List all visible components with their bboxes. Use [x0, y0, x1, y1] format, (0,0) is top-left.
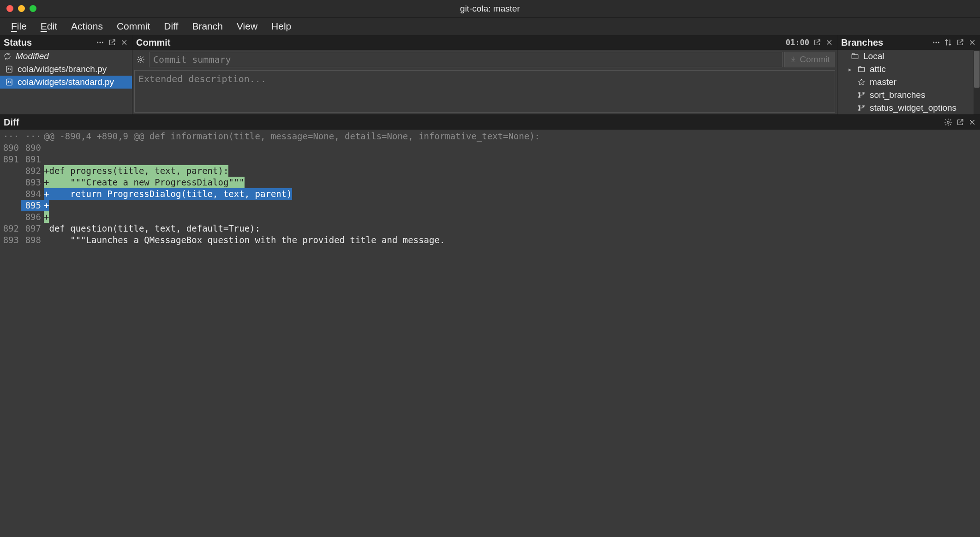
diff-old-lineno [0, 211, 21, 223]
commit-options-button[interactable] [134, 52, 147, 67]
popout-icon[interactable] [955, 117, 965, 127]
status-file-path: cola/widgets/branch.py [18, 64, 107, 74]
popout-icon[interactable] [955, 37, 965, 48]
status-file-item[interactable]: cola/widgets/standard.py [0, 76, 132, 89]
branch-icon [857, 91, 866, 99]
diff-line-content: + """Create a new ProgressDialog""" [44, 177, 980, 188]
code-file-icon [5, 65, 14, 73]
commit-summary-input[interactable] [149, 52, 783, 67]
diff-old-lineno: 892 [0, 223, 21, 234]
branch-node-label: attic [870, 64, 886, 74]
folder-icon [850, 52, 860, 60]
diff-line[interactable]: 895+ [0, 200, 980, 211]
branch-node[interactable]: master [837, 76, 980, 89]
svg-rect-3 [6, 66, 12, 72]
window-zoom-button[interactable] [30, 5, 36, 12]
close-icon[interactable] [967, 117, 977, 127]
diff-viewer[interactable]: ······@@ -890,4 +890,9 @@ def informatio… [0, 130, 980, 537]
menu-help[interactable]: Help [266, 19, 297, 34]
window-minimize-button[interactable] [18, 5, 25, 12]
chevron-right-icon: ▸ [847, 66, 853, 73]
diff-line-content: + [44, 200, 980, 211]
status-panel: Status Modified [0, 35, 132, 114]
branch-node[interactable]: status_widget_options [837, 101, 980, 114]
close-icon[interactable] [967, 37, 977, 48]
sort-icon[interactable] [943, 37, 953, 48]
diff-line-content: @@ -890,4 +890,9 @@ def information(titl… [44, 131, 980, 142]
diff-line[interactable]: 893898 """Launches a QMessageBox questio… [0, 234, 980, 246]
svg-point-6 [933, 42, 934, 43]
svg-point-17 [947, 121, 950, 124]
diff-line[interactable]: 893+ """Create a new ProgressDialog""" [0, 177, 980, 188]
diff-old-lineno: ··· [0, 131, 21, 142]
diff-new-lineno: 892 [21, 165, 44, 177]
diff-line-content [44, 154, 980, 165]
diff-line-content: """Launches a QMessageBox question with … [44, 234, 980, 246]
diff-old-lineno [0, 177, 21, 188]
diff-line-content: def question(title, text, default=True): [44, 223, 980, 234]
diff-line[interactable]: 891891 [0, 154, 980, 165]
popout-icon[interactable] [812, 37, 822, 48]
branches-panel-header: Branches [837, 35, 980, 50]
status-file-item[interactable]: cola/widgets/branch.py [0, 63, 132, 76]
menu-branch[interactable]: Branch [186, 19, 228, 34]
diff-new-lineno: 895 [21, 200, 44, 211]
ellipsis-icon[interactable] [95, 37, 105, 48]
diff-new-lineno: 897 [21, 223, 44, 234]
diff-line-content: + [44, 211, 980, 223]
commit-panel-title: Commit [136, 37, 170, 48]
branches-tree[interactable]: Local ▸ attic master sort_branches statu… [837, 50, 980, 114]
diff-new-lineno: 890 [21, 142, 44, 154]
diff-line[interactable]: ······@@ -890,4 +890,9 @@ def informatio… [0, 131, 980, 142]
close-icon[interactable] [119, 37, 129, 48]
branch-node-label: sort_branches [870, 90, 925, 100]
menu-edit[interactable]: Edit [35, 19, 63, 34]
branch-node-label: Local [863, 51, 884, 61]
diff-line[interactable]: 892897 def question(title, text, default… [0, 223, 980, 234]
commit-button[interactable]: Commit [784, 52, 835, 67]
refresh-icon [3, 52, 12, 60]
commit-panel-header: Commit 01:00 [132, 35, 837, 50]
diff-new-lineno: ··· [21, 131, 44, 142]
window-close-button[interactable] [6, 5, 13, 12]
commit-button-label: Commit [800, 54, 830, 65]
status-file-list[interactable]: Modified cola/widgets/branch.py cola/wid… [0, 50, 132, 114]
diff-line[interactable]: 896+ [0, 211, 980, 223]
menu-view[interactable]: View [231, 19, 263, 34]
status-group-modified[interactable]: Modified [0, 50, 132, 63]
branch-node-label: status_widget_options [870, 103, 956, 113]
gear-icon[interactable] [943, 117, 953, 127]
close-icon[interactable] [824, 37, 834, 48]
svg-point-7 [936, 42, 937, 43]
scrollbar[interactable] [974, 50, 980, 114]
titlebar: git-cola: master [0, 0, 980, 18]
branches-panel-title: Branches [841, 37, 883, 48]
menu-actions[interactable]: Actions [66, 19, 108, 34]
diff-new-lineno: 898 [21, 234, 44, 246]
diff-line[interactable]: 892+def progress(title, text, parent): [0, 165, 980, 177]
branch-node-local[interactable]: Local [837, 50, 980, 63]
branch-node[interactable]: sort_branches [837, 89, 980, 101]
star-icon [857, 78, 866, 86]
scrollbar-thumb[interactable] [974, 51, 980, 88]
code-file-icon [5, 78, 14, 86]
menubar: File Edit Actions Commit Diff Branch Vie… [0, 18, 980, 35]
commit-description-input[interactable] [134, 70, 835, 113]
popout-icon[interactable] [107, 37, 117, 48]
menu-commit[interactable]: Commit [111, 19, 155, 34]
diff-line[interactable]: 894+ return ProgressDialog(title, text, … [0, 188, 980, 200]
menu-file[interactable]: File [6, 19, 32, 34]
diff-old-lineno: 891 [0, 154, 21, 165]
ellipsis-icon[interactable] [931, 37, 941, 48]
diff-old-lineno: 890 [0, 142, 21, 154]
menu-diff[interactable]: Diff [158, 19, 184, 34]
diff-line[interactable]: 890890 [0, 142, 980, 154]
status-file-path: cola/widgets/standard.py [18, 77, 114, 87]
diff-new-lineno: 896 [21, 211, 44, 223]
branch-node[interactable]: ▸ attic [837, 63, 980, 76]
diff-old-lineno [0, 165, 21, 177]
svg-rect-4 [6, 79, 12, 85]
diff-panel: Diff ······@@ -890,4 +890,9 @@ def infor… [0, 114, 980, 537]
svg-point-1 [100, 42, 101, 43]
svg-point-8 [938, 42, 939, 43]
